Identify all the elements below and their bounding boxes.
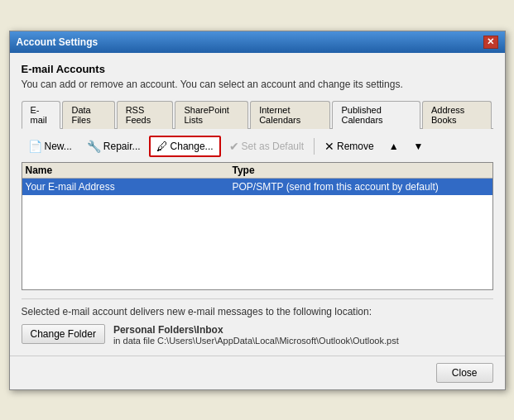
tab-published-calendars[interactable]: Published Calendars [332, 101, 420, 129]
account-type: POP/SMTP (send from this account by defa… [233, 181, 489, 193]
remove-icon: ✕ [324, 140, 334, 153]
folder-info: Personal Folders\Inbox in data file C:\U… [113, 324, 493, 346]
change-button[interactable]: 🖊 Change... [149, 136, 221, 157]
move-up-button[interactable]: ▲ [382, 137, 406, 155]
change-folder-button[interactable]: Change Folder [22, 324, 105, 344]
new-icon: 📄 [28, 140, 42, 153]
table-header: Name Type [22, 163, 492, 179]
footer-row: Change Folder Personal Folders\Inbox in … [22, 324, 493, 346]
tab-address-books[interactable]: Address Books [422, 101, 492, 129]
set-default-icon: ✔ [229, 140, 239, 153]
move-down-icon: ▼ [414, 141, 424, 152]
dialog-footer: Close [10, 356, 505, 389]
move-up-icon: ▲ [389, 141, 399, 152]
col-name-header: Name [26, 165, 233, 176]
new-button[interactable]: 📄 New... [22, 136, 79, 156]
account-name: Your E-mail Address [26, 181, 233, 193]
tab-email[interactable]: E-mail [22, 101, 61, 129]
tab-bar: E-mail Data Files RSS Feeds SharePoint L… [22, 100, 493, 129]
move-down-button[interactable]: ▼ [407, 137, 430, 155]
tab-sharepoint-lists[interactable]: SharePoint Lists [175, 101, 248, 129]
close-button[interactable]: Close [436, 363, 493, 383]
toolbar-separator [314, 138, 315, 155]
repair-label: Repair... [103, 141, 141, 152]
table-row[interactable]: Your E-mail Address POP/SMTP (send from … [22, 179, 492, 195]
close-window-button[interactable]: ✕ [483, 36, 498, 49]
footer-section: Selected e-mail account delivers new e-m… [22, 298, 493, 346]
set-default-button[interactable]: ✔ Set as Default [223, 136, 310, 156]
section-description: You can add or remove an account. You ca… [22, 79, 493, 90]
folder-path: in data file C:\Users\User\AppData\Local… [113, 336, 493, 346]
accounts-table[interactable]: Name Type Your E-mail Address POP/SMTP (… [22, 162, 493, 290]
folder-name: Personal Folders\Inbox [113, 324, 493, 336]
repair-icon: 🔧 [87, 140, 101, 153]
change-icon: 🖊 [156, 140, 168, 153]
account-settings-window: Account Settings ✕ E-mail Accounts You c… [9, 31, 506, 390]
remove-button[interactable]: ✕ Remove [318, 136, 381, 156]
col-type-header: Type [233, 165, 489, 176]
window-title: Account Settings [17, 36, 98, 48]
tab-data-files[interactable]: Data Files [62, 101, 114, 129]
footer-description: Selected e-mail account delivers new e-m… [22, 306, 493, 317]
section-title: E-mail Accounts [22, 63, 493, 75]
new-label: New... [45, 141, 72, 152]
title-bar: Account Settings ✕ [10, 31, 505, 53]
repair-button[interactable]: 🔧 Repair... [80, 136, 147, 156]
main-content: E-mail Accounts You can add or remove an… [10, 53, 505, 356]
tab-internet-calendars[interactable]: Internet Calendars [250, 101, 330, 129]
remove-label: Remove [337, 141, 374, 152]
set-default-label: Set as Default [242, 141, 304, 152]
change-label: Change... [171, 141, 214, 152]
tab-rss-feeds[interactable]: RSS Feeds [117, 101, 174, 129]
account-toolbar: 📄 New... 🔧 Repair... 🖊 Change... ✔ Set a… [22, 136, 493, 157]
